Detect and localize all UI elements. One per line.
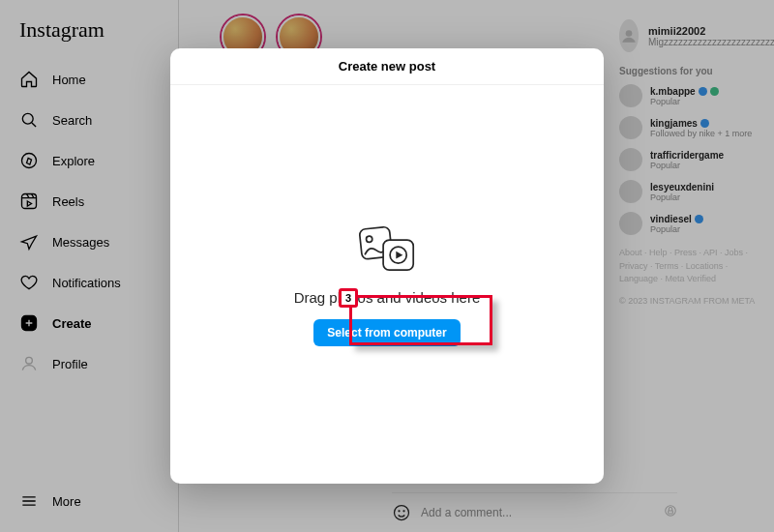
annotation-number: 3 [339, 288, 358, 308]
modal-overlay[interactable]: Create new post Drag photos and videos h… [0, 0, 774, 532]
create-post-modal: Create new post Drag photos and videos h… [170, 48, 604, 484]
annotation-highlight [349, 295, 492, 345]
modal-body: Drag photos and videos here Select from … [170, 85, 604, 484]
svg-point-12 [366, 235, 372, 242]
modal-title: Create new post [170, 48, 604, 85]
media-icon [353, 223, 421, 276]
